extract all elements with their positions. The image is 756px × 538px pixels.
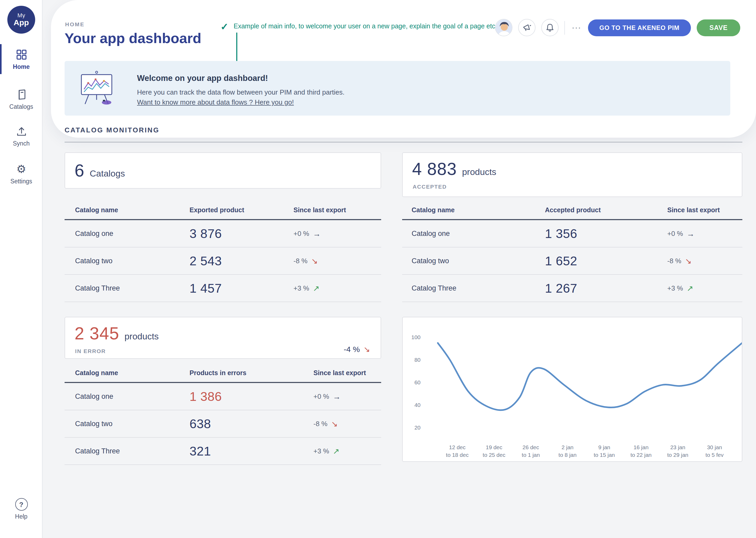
annotation-pointer-line xyxy=(236,32,237,65)
notifications-button[interactable] xyxy=(541,19,558,36)
svg-text:2 jan: 2 jan xyxy=(561,444,574,450)
error-products-card: 2 345 products IN ERROR -4 % ↘ xyxy=(65,317,381,359)
app-logo: My App xyxy=(7,6,35,34)
bell-icon xyxy=(545,23,555,32)
trend-cell: -8 % ↘ xyxy=(313,420,381,428)
sidebar-item-catalogs[interactable]: Catalogs xyxy=(0,88,42,110)
products-trend-chart-card: 1008060402012 decto 18 dec19 decto 25 de… xyxy=(402,317,742,462)
catalog-name: Catalog one xyxy=(75,230,190,238)
accepted-count: 1 267 xyxy=(545,281,667,296)
table-row: Catalog one 1 386 +0 % → xyxy=(65,383,381,410)
trend-cell: +0 % → xyxy=(313,393,381,400)
catalog-name: Catalog two xyxy=(75,420,190,428)
exported-count: 2 543 xyxy=(190,253,294,268)
svg-text:to 1 jan: to 1 jan xyxy=(522,452,540,458)
svg-text:12 dec: 12 dec xyxy=(449,444,465,450)
accepted-products-table: Catalog name Accepted product Since last… xyxy=(402,201,742,302)
header-card: HOME Your app dashboard ✓ Example of mai… xyxy=(51,0,756,138)
sidebar-item-home[interactable]: Home xyxy=(0,48,42,70)
trend-up-icon: ↗ xyxy=(687,284,693,292)
save-button[interactable]: SAVE xyxy=(697,19,740,36)
accepted-count: 1 652 xyxy=(545,253,667,268)
accepted-products-value: 4 883 xyxy=(412,159,457,179)
svg-text:19 dec: 19 dec xyxy=(486,444,502,450)
svg-text:to 25 dec: to 25 dec xyxy=(483,452,505,458)
table-row: Catalog two 638 -8 % ↘ xyxy=(65,410,381,438)
trend-cell: +3 % ↗ xyxy=(294,284,381,292)
column-header: Catalog name xyxy=(412,206,545,214)
banner-title: Welcome on your app dashboard! xyxy=(137,74,268,83)
catalog-name: Catalog Three xyxy=(75,447,190,455)
errors-count: 1 386 xyxy=(190,389,313,404)
sidebar-item-label: Catalogs xyxy=(10,103,33,110)
error-products-table: Catalog name Products in errors Since la… xyxy=(65,363,381,465)
sidebar-item-label: Help xyxy=(15,513,27,519)
section-title: CATALOG MONITORING xyxy=(65,126,160,134)
page-title: Your app dashboard xyxy=(65,30,201,47)
svg-text:9 jan: 9 jan xyxy=(598,444,610,450)
trend-up-icon: ↗ xyxy=(333,447,339,455)
catalogs-count-label: Catalogs xyxy=(90,169,125,179)
catalogs-count-card: 6 Catalogs xyxy=(65,152,381,188)
svg-text:to 8 jan: to 8 jan xyxy=(559,452,577,458)
table-row: Catalog Three 1 457 +3 % ↗ xyxy=(65,275,381,302)
table-row: Catalog one 3 876 +0 % → xyxy=(65,220,381,247)
line-chart-svg: 1008060402012 decto 18 dec19 decto 25 de… xyxy=(403,317,742,461)
sidebar-item-label: Synch xyxy=(13,140,30,146)
trend-up-icon: ↗ xyxy=(313,284,319,292)
column-header: Products in errors xyxy=(190,369,313,376)
table-row: Catalog Three 1 267 +3 % ↗ xyxy=(402,275,742,302)
more-options-button[interactable]: ⋯ xyxy=(570,23,582,32)
svg-text:16 jan: 16 jan xyxy=(634,444,648,450)
sidebar-item-settings[interactable]: ⚙ Settings xyxy=(0,163,42,185)
errors-count: 321 xyxy=(190,444,313,458)
catalog-name: Catalog two xyxy=(412,257,545,265)
sidebar-item-label: Home xyxy=(13,64,30,70)
book-icon xyxy=(16,88,27,101)
sidebar-item-help[interactable]: ? Help xyxy=(0,498,42,519)
table-header-row: Catalog name Exported product Since last… xyxy=(65,201,381,220)
trend-cell: +3 % ↗ xyxy=(667,284,742,292)
svg-text:to 29 jan: to 29 jan xyxy=(667,452,688,458)
error-trend-value: -4 % xyxy=(344,345,360,353)
help-icon: ? xyxy=(15,498,27,511)
header-divider xyxy=(564,21,565,34)
gear-icon: ⚙ xyxy=(16,163,26,176)
column-header: Catalog name xyxy=(75,206,190,214)
svg-text:100: 100 xyxy=(411,334,420,340)
column-header: Exported product xyxy=(190,206,294,214)
accepted-products-card: 4 883 products ACCEPTED xyxy=(402,152,742,197)
svg-text:26 dec: 26 dec xyxy=(522,444,539,450)
accepted-products-label: products xyxy=(462,167,496,178)
table-row: Catalog two 1 652 -8 % ↘ xyxy=(402,247,742,275)
welcome-banner: Welcome on your app dashboard! Here you … xyxy=(65,61,730,116)
breadcrumb: HOME xyxy=(65,21,84,27)
error-status-label: IN ERROR xyxy=(75,348,106,354)
announcements-button[interactable] xyxy=(518,19,535,36)
user-avatar[interactable] xyxy=(495,19,512,36)
banner-body: Here you can track the data flow between… xyxy=(137,88,345,96)
catalog-name: Catalog Three xyxy=(412,284,545,292)
trend-flat-icon: → xyxy=(687,230,694,238)
exported-products-table: Catalog name Exported product Since last… xyxy=(65,201,381,302)
app-root: My App Home Catalogs xyxy=(0,0,756,538)
go-to-pim-button[interactable]: GO TO THE AKENEO PIM xyxy=(588,19,691,36)
table-row: Catalog two 2 543 -8 % ↘ xyxy=(65,247,381,275)
svg-text:30 jan: 30 jan xyxy=(707,444,722,450)
svg-text:to 18 dec: to 18 dec xyxy=(446,452,469,458)
svg-text:23 jan: 23 jan xyxy=(670,444,685,450)
trend-cell: +0 % → xyxy=(294,230,381,238)
trend-flat-icon: → xyxy=(313,230,321,238)
trend-cell: -8 % ↘ xyxy=(294,257,381,265)
svg-text:20: 20 xyxy=(414,424,420,431)
table-row: Catalog one 1 356 +0 % → xyxy=(402,220,742,247)
table-row: Catalog Three 321 +3 % ↗ xyxy=(65,438,381,465)
catalog-name: Catalog two xyxy=(75,257,190,265)
megaphone-icon xyxy=(522,23,532,32)
table-header-row: Catalog name Products in errors Since la… xyxy=(65,363,381,383)
annotation-text: Example of main info, to welcome your us… xyxy=(234,23,497,30)
catalog-name: Catalog one xyxy=(75,393,190,400)
sidebar-item-synch[interactable]: Synch xyxy=(0,125,42,146)
exported-count: 1 457 xyxy=(190,281,294,296)
data-flows-link[interactable]: Want to know more about data flows ? Her… xyxy=(137,98,294,106)
